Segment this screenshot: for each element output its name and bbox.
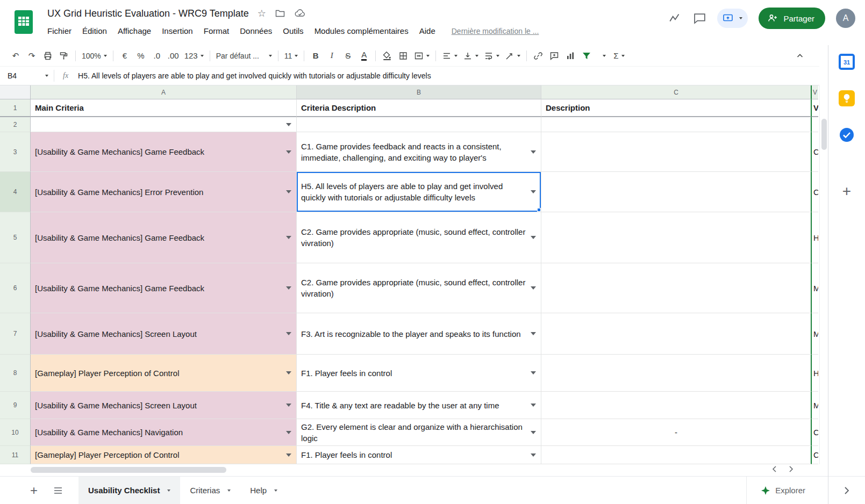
cell-V8[interactable]: H [812, 355, 818, 392]
format-percent-button[interactable]: % [133, 48, 148, 63]
insert-chart-button[interactable] [563, 48, 578, 63]
row-header-5[interactable]: 5 [0, 212, 31, 263]
print-button[interactable] [40, 48, 55, 63]
sheets-logo-icon[interactable] [14, 10, 33, 34]
column-header-V[interactable]: V [812, 85, 818, 99]
cell-B11[interactable]: F1. Player feels in control [297, 446, 541, 464]
cell-B4[interactable]: H5. All levels of players are able to pl… [297, 172, 541, 212]
scroll-right-icon[interactable] [787, 465, 795, 473]
cell-A4[interactable]: [Usability & Game Mechanics] Error Preve… [31, 172, 297, 212]
dropdown-arrow-icon[interactable] [531, 236, 536, 239]
horizontal-scrollbar-thumb[interactable] [31, 467, 226, 473]
cell-C7[interactable] [541, 313, 812, 355]
row-header-8[interactable]: 8 [0, 355, 31, 392]
cell-C2[interactable] [541, 117, 812, 132]
menu-aide[interactable]: Aide [414, 25, 441, 37]
cell-B5[interactable]: C2. Game provides appropriate (music, so… [297, 212, 541, 263]
filter-button[interactable] [579, 48, 594, 63]
cell-A11[interactable]: [Gameplay] Player Perception of Control [31, 446, 297, 464]
horizontal-scrollbar[interactable] [0, 464, 819, 476]
insert-comment-button[interactable] [547, 48, 562, 63]
cell-A2[interactable] [31, 117, 297, 132]
dropdown-arrow-icon[interactable] [286, 453, 291, 457]
dropdown-arrow-icon[interactable] [286, 332, 291, 335]
activity-history-icon[interactable] [668, 11, 682, 25]
dropdown-arrow-icon[interactable] [531, 404, 536, 407]
cell-C1[interactable]: Description [541, 99, 812, 117]
row-header-3[interactable]: 3 [0, 132, 31, 172]
menu-format[interactable]: Format [198, 25, 235, 37]
row-header-11[interactable]: 11 [0, 446, 31, 464]
row-header-4[interactable]: 4 [0, 172, 31, 212]
keep-icon[interactable] [839, 90, 855, 106]
functions-button[interactable]: Σ [611, 48, 626, 63]
select-all-corner[interactable] [0, 85, 31, 99]
document-title[interactable]: UX Grid Heuristic Evaluation - WRC9 Temp… [47, 8, 249, 19]
cell-B9[interactable]: F4. Title & any text are readable by the… [297, 392, 541, 419]
dropdown-arrow-icon[interactable] [286, 123, 291, 126]
zoom-select[interactable]: 100% [80, 48, 109, 63]
cell-C6[interactable] [541, 263, 812, 313]
dropdown-arrow-icon[interactable] [286, 371, 291, 375]
calendar-icon[interactable]: 31 [839, 54, 855, 70]
cell-A3[interactable]: [Usability & Game Mechanics] Game Feedba… [31, 132, 297, 172]
cell-V5[interactable]: H [812, 212, 818, 263]
cell-V11[interactable]: C [812, 446, 818, 464]
present-to-meeting-button[interactable] [717, 9, 748, 28]
account-avatar[interactable]: A [836, 9, 855, 28]
sheet-tab-help[interactable]: Help [240, 477, 287, 504]
cell-C10[interactable]: - [541, 419, 812, 446]
font-size-select[interactable]: 11 [282, 48, 301, 63]
add-sheet-button[interactable]: + [30, 485, 38, 496]
horizontal-align-button[interactable] [440, 48, 460, 63]
row-header-1[interactable]: 1 [0, 99, 31, 117]
collapse-panel-icon[interactable] [841, 485, 852, 496]
cell-A7[interactable]: [Usability & Game Mechanics] Screen Layo… [31, 313, 297, 355]
cell-B10[interactable]: G2. Every element is clear and organize … [297, 419, 541, 446]
cell-A1[interactable]: Main Criteria [31, 99, 297, 117]
dropdown-arrow-icon[interactable] [531, 286, 536, 290]
menu-modules-compl-mentaires[interactable]: Modules complémentaires [309, 25, 414, 37]
italic-button[interactable]: I [324, 48, 339, 63]
filter-views-button[interactable] [595, 48, 610, 63]
redo-button[interactable]: ↷ [24, 48, 39, 63]
cell-A9[interactable]: [Usability & Game Mechanics] Screen Layo… [31, 392, 297, 419]
paint-format-button[interactable] [56, 48, 72, 63]
cell-B2[interactable] [297, 117, 541, 132]
menu-fichier[interactable]: Fichier [42, 25, 77, 37]
cell-A10[interactable]: [Usability & Game Mechanics] Navigation [31, 419, 297, 446]
column-header-B[interactable]: B [297, 85, 541, 99]
dropdown-arrow-icon[interactable] [286, 236, 291, 239]
borders-button[interactable] [396, 48, 411, 63]
explore-button[interactable]: Explorer [761, 486, 805, 495]
menu-outils[interactable]: Outils [277, 25, 309, 37]
more-formats-button[interactable]: 123 [182, 48, 206, 63]
menu-insertion[interactable]: Insertion [156, 25, 198, 37]
dropdown-arrow-icon[interactable] [531, 431, 536, 434]
cell-C3[interactable] [541, 132, 812, 172]
merge-cells-button[interactable] [412, 48, 432, 63]
cell-V7[interactable]: M [812, 313, 818, 355]
cell-V10[interactable]: C [812, 419, 818, 446]
star-icon[interactable]: ☆ [258, 8, 266, 19]
fill-color-button[interactable] [380, 48, 395, 63]
fill-handle[interactable] [537, 208, 541, 212]
dropdown-arrow-icon[interactable] [531, 332, 536, 335]
sheet-tab-usability-checklist[interactable]: Usability Checklist [78, 477, 180, 504]
font-select[interactable]: Par défaut ... [214, 48, 274, 63]
text-rotation-button[interactable] [503, 48, 523, 63]
row-header-2[interactable]: 2 [0, 117, 31, 132]
tasks-icon[interactable] [839, 127, 855, 143]
row-header-9[interactable]: 9 [0, 392, 31, 419]
sheet-tab-criterias[interactable]: Criterias [180, 477, 240, 504]
scroll-left-icon[interactable] [771, 465, 778, 473]
cell-C4[interactable] [541, 172, 812, 212]
menu-affichage[interactable]: Affichage [112, 25, 156, 37]
cell-B3[interactable]: C1. Game provides feedback and reacts in… [297, 132, 541, 172]
cell-B7[interactable]: F3. Art is recognizable to the player an… [297, 313, 541, 355]
bold-button[interactable]: B [308, 48, 323, 63]
cell-V1[interactable]: V [812, 99, 818, 117]
cell-C11[interactable] [541, 446, 812, 464]
all-sheets-button[interactable] [53, 485, 63, 496]
menu-donn-es[interactable]: Données [234, 25, 277, 37]
